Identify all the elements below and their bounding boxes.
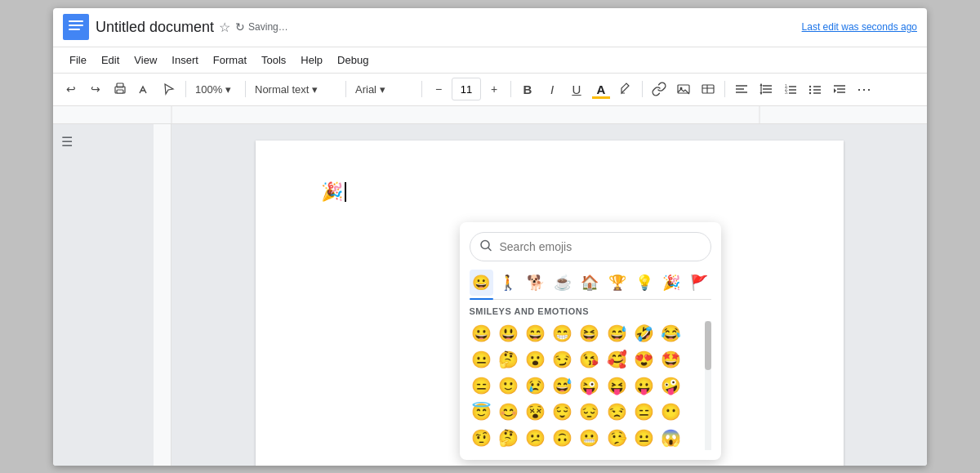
emoji-🙂[interactable]: 🙂: [497, 373, 521, 398]
emoji-😅2[interactable]: 😅: [550, 373, 575, 398]
svg-rect-9: [702, 85, 714, 93]
line-spacing-button[interactable]: [755, 78, 777, 100]
print-button[interactable]: [109, 78, 131, 100]
font-size-group: − +: [427, 78, 506, 100]
title-group: Untitled document ☆ ↻ Saving…: [96, 19, 795, 36]
emoji-😐2[interactable]: 😐: [631, 426, 656, 450]
document-page[interactable]: 🎉: [256, 141, 844, 466]
emoji-😕[interactable]: 😕: [523, 426, 548, 450]
ruler-svg: [53, 106, 927, 124]
emoji-😊[interactable]: 😊: [497, 399, 521, 424]
emoji-😅[interactable]: 😅: [604, 321, 629, 346]
emoji-😶[interactable]: 😶: [658, 399, 683, 424]
emoji-😌[interactable]: 😌: [550, 399, 575, 424]
emoji-🤣[interactable]: 🤣: [631, 321, 656, 346]
emoji-😬[interactable]: 😬: [577, 426, 602, 450]
zoom-select[interactable]: 100% ▾: [191, 78, 240, 100]
italic-button[interactable]: I: [541, 78, 564, 100]
emoji-🤪[interactable]: 🤪: [658, 373, 683, 398]
emoji-😏[interactable]: 😏: [550, 347, 575, 372]
emoji-😐[interactable]: 😐: [470, 347, 494, 372]
redo-button[interactable]: ↪: [84, 78, 107, 100]
star-icon[interactable]: ☆: [219, 20, 230, 35]
emoji-😍[interactable]: 😍: [631, 347, 656, 372]
emoji-😇[interactable]: 😇: [470, 399, 494, 424]
category-activities[interactable]: 🏆: [605, 270, 629, 296]
menu-help[interactable]: Help: [294, 51, 329, 69]
font-select[interactable]: Arial ▾: [351, 78, 416, 100]
emoji-😃[interactable]: 😃: [497, 321, 521, 346]
category-animals[interactable]: 🐕: [523, 270, 547, 296]
emoji-😁[interactable]: 😁: [550, 321, 575, 346]
emoji-😵[interactable]: 😵: [523, 399, 548, 424]
toolbar-sep-1: [185, 81, 186, 97]
emoji-😑[interactable]: 😑: [470, 373, 494, 398]
emoji-search-input[interactable]: [470, 232, 711, 261]
emoji-🙃[interactable]: 🙃: [550, 426, 575, 450]
emoji-😱[interactable]: 😱: [658, 426, 683, 450]
emoji-🤥[interactable]: 🤥: [604, 426, 629, 450]
saving-status: ↻ Saving…: [235, 20, 288, 33]
emoji-😀[interactable]: 😀: [470, 321, 494, 346]
category-smileys[interactable]: 😀: [470, 270, 493, 296]
bold-button[interactable]: B: [516, 78, 539, 100]
menu-tools[interactable]: Tools: [255, 51, 292, 69]
last-edit-link[interactable]: Last edit was seconds ago: [802, 21, 917, 33]
emoji-😘[interactable]: 😘: [577, 347, 602, 372]
emoji-😄[interactable]: 😄: [523, 321, 548, 346]
indent-button[interactable]: [828, 78, 851, 100]
font-size-increase-button[interactable]: +: [483, 78, 506, 100]
menu-debug[interactable]: Debug: [331, 51, 375, 69]
scrollbar-thumb[interactable]: [705, 321, 711, 370]
category-people[interactable]: 🚶: [497, 270, 520, 296]
link-button[interactable]: [648, 78, 670, 100]
category-symbols[interactable]: 🎉: [660, 270, 684, 296]
emoji-😮[interactable]: 😮: [523, 347, 548, 372]
emoji-😂[interactable]: 😂: [658, 321, 683, 346]
category-food[interactable]: ☕: [550, 270, 574, 296]
title-bar: Untitled document ☆ ↻ Saving… Last edit …: [53, 8, 927, 47]
image-button[interactable]: [672, 78, 695, 100]
emoji-😆[interactable]: 😆: [577, 321, 602, 346]
menu-format[interactable]: Format: [207, 51, 253, 69]
category-objects[interactable]: 💡: [632, 270, 656, 296]
align-button[interactable]: [730, 78, 753, 100]
menu-edit[interactable]: Edit: [95, 51, 126, 69]
category-flags[interactable]: 🚩: [687, 270, 710, 296]
category-travel[interactable]: 🏠: [578, 270, 602, 296]
emoji-🤩[interactable]: 🤩: [658, 347, 683, 372]
menu-file[interactable]: File: [63, 51, 93, 69]
outline-icon[interactable]: ☰: [61, 134, 73, 149]
bullet-list-button[interactable]: [804, 78, 826, 100]
emoji-😛[interactable]: 😛: [631, 373, 656, 398]
underline-button[interactable]: U: [565, 78, 588, 100]
emoji-😑2[interactable]: 😑: [631, 399, 656, 424]
font-size-decrease-button[interactable]: −: [427, 78, 450, 100]
emoji-😔[interactable]: 😔: [577, 399, 602, 424]
highlight-button[interactable]: [614, 78, 637, 100]
emoji-🤨[interactable]: 🤨: [470, 426, 494, 450]
undo-button[interactable]: ↩: [60, 78, 82, 100]
emoji-🤔[interactable]: 🤔: [497, 347, 521, 372]
font-color-button[interactable]: A: [590, 78, 612, 100]
font-size-input[interactable]: [452, 78, 481, 100]
document-title[interactable]: Untitled document: [96, 19, 214, 36]
numbered-list-button[interactable]: 1.2.3.: [779, 78, 802, 100]
paint-format-button[interactable]: [133, 78, 156, 100]
menu-insert[interactable]: Insert: [165, 51, 205, 69]
emoji-😝[interactable]: 😝: [604, 373, 629, 398]
svg-text:3.: 3.: [785, 90, 788, 95]
emoji-🥰[interactable]: 🥰: [604, 347, 629, 372]
emoji-😒[interactable]: 😒: [604, 399, 629, 424]
more-button[interactable]: ⋯: [853, 78, 875, 100]
svg-rect-6: [117, 90, 123, 93]
emoji-😜[interactable]: 😜: [577, 373, 602, 398]
style-select[interactable]: Normal text ▾: [251, 78, 341, 100]
table-button[interactable]: [697, 78, 719, 100]
text-cursor: [345, 182, 346, 202]
emoji-😢[interactable]: 😢: [523, 373, 548, 398]
emoji-🤔2[interactable]: 🤔: [497, 426, 521, 450]
svg-point-24: [809, 86, 811, 87]
menu-view[interactable]: View: [127, 51, 163, 69]
select-button[interactable]: [158, 78, 180, 100]
